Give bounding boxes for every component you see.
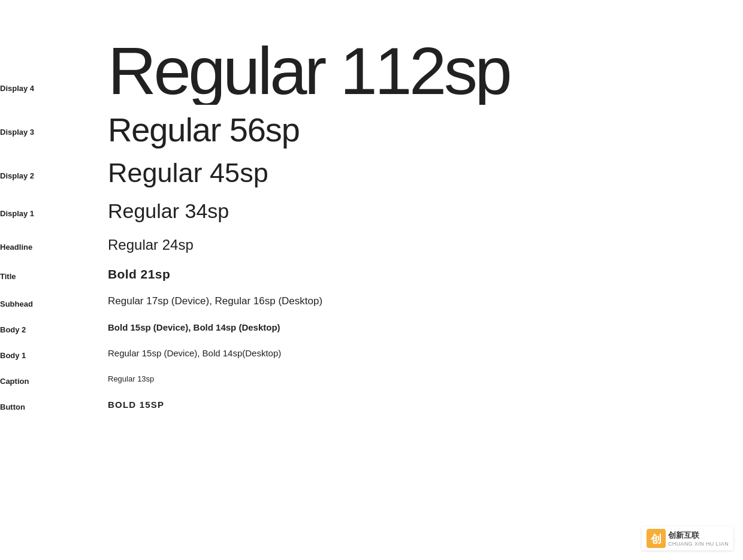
type-row-body2: Body 2 Bold 15sp (Device), Bold 14sp (De…	[0, 308, 743, 334]
type-row-display3: Display 3 Regular 56sp	[0, 105, 743, 150]
sample-title: Bold 21sp	[108, 266, 743, 282]
label-display2: Display 2	[0, 167, 108, 180]
label-title: Title	[0, 267, 108, 281]
sample-display3: Regular 56sp	[108, 110, 743, 150]
type-row-title: Title Bold 21sp	[0, 254, 743, 282]
type-row-display4: Display 4 Regular 112sp	[0, 0, 743, 105]
watermark-text: 创新互联 CHUANG XIN HU LIAN	[668, 530, 729, 547]
label-button: Button	[0, 398, 108, 411]
type-row-body1: Body 1 Regular 15sp (Device), Bold 14sp(…	[0, 334, 743, 360]
label-body1: Body 1	[0, 346, 108, 360]
type-row-subhead: Subhead Regular 17sp (Device), Regular 1…	[0, 282, 743, 308]
type-row-button: Button Bold 15sp	[0, 386, 743, 411]
sample-display4: Regular 112sp	[108, 38, 743, 105]
label-display1: Display 1	[0, 204, 108, 218]
sample-body1: Regular 15sp (Device), Bold 14sp(Desktop…	[108, 347, 743, 359]
svg-text:创: 创	[650, 533, 662, 545]
sample-display2: Regular 45sp	[108, 157, 743, 189]
type-row-headline: Headline Regular 24sp	[0, 223, 743, 254]
watermark: 创 创新互联 CHUANG XIN HU LIAN	[642, 526, 733, 550]
label-caption: Caption	[0, 372, 108, 386]
sample-body2: Bold 15sp (Device), Bold 14sp (Desktop)	[108, 321, 743, 334]
label-headline: Headline	[0, 238, 108, 252]
page-container: Display 4 Regular 112sp Display 3 Regula…	[0, 0, 743, 560]
type-row-display2: Display 2 Regular 45sp	[0, 150, 743, 189]
label-subhead: Subhead	[0, 295, 108, 308]
sample-caption: Regular 13sp	[108, 374, 743, 385]
label-display3: Display 3	[0, 123, 108, 137]
label-body2: Body 2	[0, 320, 108, 334]
sample-subhead: Regular 17sp (Device), Regular 16sp (Des…	[108, 294, 743, 308]
type-row-display1: Display 1 Regular 34sp	[0, 189, 743, 223]
label-display4: Display 4	[0, 79, 108, 105]
sample-button: Bold 15sp	[108, 398, 743, 411]
type-row-caption: Caption Regular 13sp	[0, 360, 743, 386]
sample-headline: Regular 24sp	[108, 235, 743, 254]
sample-display1: Regular 34sp	[108, 199, 743, 223]
watermark-logo-icon: 创	[647, 529, 666, 548]
